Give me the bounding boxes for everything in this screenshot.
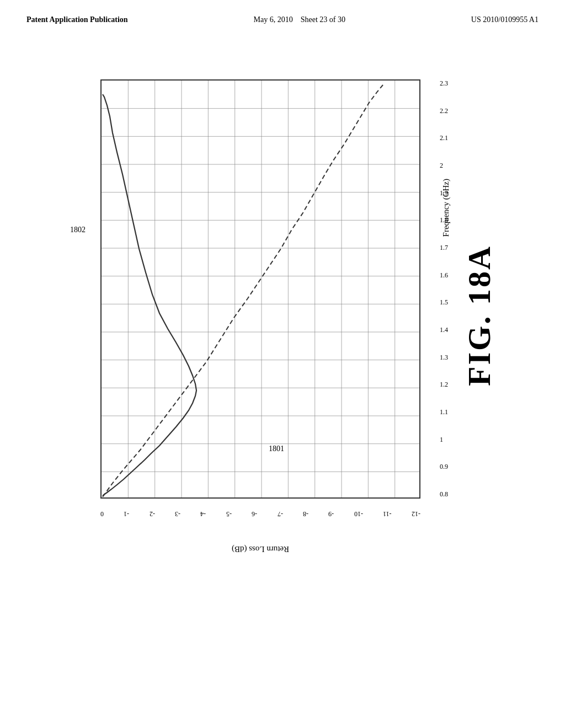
main-content: 0 -1 -2 -3 -4 -5 -6 -7 -8 -9 -10 -11 -12… [0,24,565,581]
x-tick-12: -12 [412,510,420,518]
x-tick-8: -8 [303,510,308,518]
y-tick-14: 0.9 [440,463,448,471]
x-tick-9: -9 [328,510,334,518]
x-tick-11: -11 [383,510,392,518]
y-tick-1: 2.2 [440,107,448,115]
y-axis-label: Frequency (GHz) [441,179,451,237]
x-tick-2: -2 [150,510,155,518]
y-tick-12: 1.1 [440,408,448,416]
chart-container: 0 -1 -2 -3 -4 -5 -6 -7 -8 -9 -10 -11 -12… [100,79,420,499]
x-tick-4: -4 [200,510,206,518]
y-tick-9: 1.4 [440,326,448,334]
x-tick-7: -7 [278,510,283,518]
header-center: May 6, 2010 Sheet 23 of 30 [254,15,345,24]
x-tick-1: -1 [124,510,129,518]
y-tick-13: 1 [440,436,443,444]
y-tick-10: 1.3 [440,354,448,362]
x-tick-6: -6 [252,510,257,518]
x-axis-label: Return Loss (dB) [100,544,420,554]
y-tick-2: 2.1 [440,134,448,142]
y-tick-8: 1.5 [440,298,448,307]
x-tick-10: -10 [354,510,363,518]
figure-label: FIG. 18A [461,245,498,386]
y-tick-15: 0.8 [440,490,448,499]
page-header: Patent Application Publication May 6, 20… [0,0,565,24]
publication-date: May 6, 2010 [254,15,293,24]
y-tick-0: 2.3 [440,79,448,88]
ref-label-1801: 1801 [269,445,284,453]
x-tick-5: -5 [226,510,232,518]
chart-svg [102,81,419,497]
ref-label-1802: 1802 [70,226,86,234]
y-tick-7: 1.6 [440,271,448,280]
y-axis-ticks: 2.3 2.2 2.1 2 1.9 1.8 1.7 1.6 1.5 1.4 1.… [440,79,448,499]
x-axis-ticks: 0 -1 -2 -3 -4 -5 -6 -7 -8 -9 -10 -11 -12 [100,510,420,518]
y-tick-3: 2 [440,162,443,170]
patent-number: US 2010/0109955 A1 [471,15,539,24]
y-tick-11: 1.2 [440,381,448,389]
chart-grid [100,79,420,499]
publication-label: Patent Application Publication [26,15,128,24]
chart-area: 0 -1 -2 -3 -4 -5 -6 -7 -8 -9 -10 -11 -12… [56,57,509,581]
sheet-info: Sheet 23 of 30 [301,15,345,24]
x-tick-3: -3 [175,510,180,518]
y-tick-6: 1.7 [440,244,448,252]
x-tick-0: 0 [100,510,104,518]
